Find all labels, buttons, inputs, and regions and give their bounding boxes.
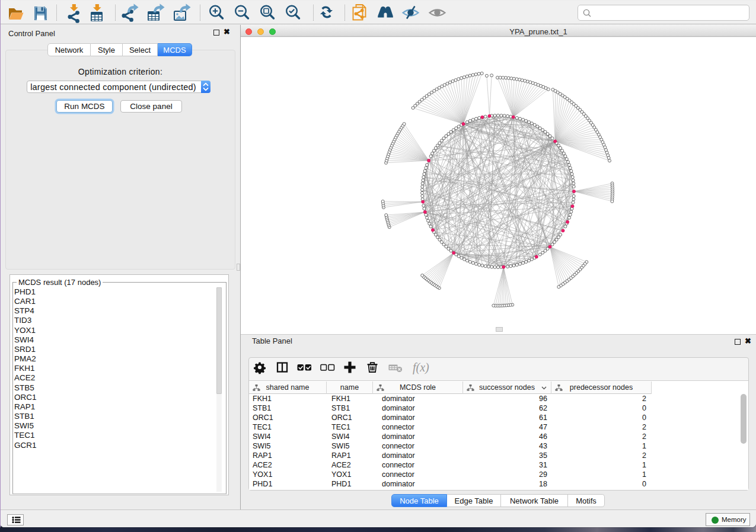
svg-text:f(x): f(x) [413,361,429,374]
